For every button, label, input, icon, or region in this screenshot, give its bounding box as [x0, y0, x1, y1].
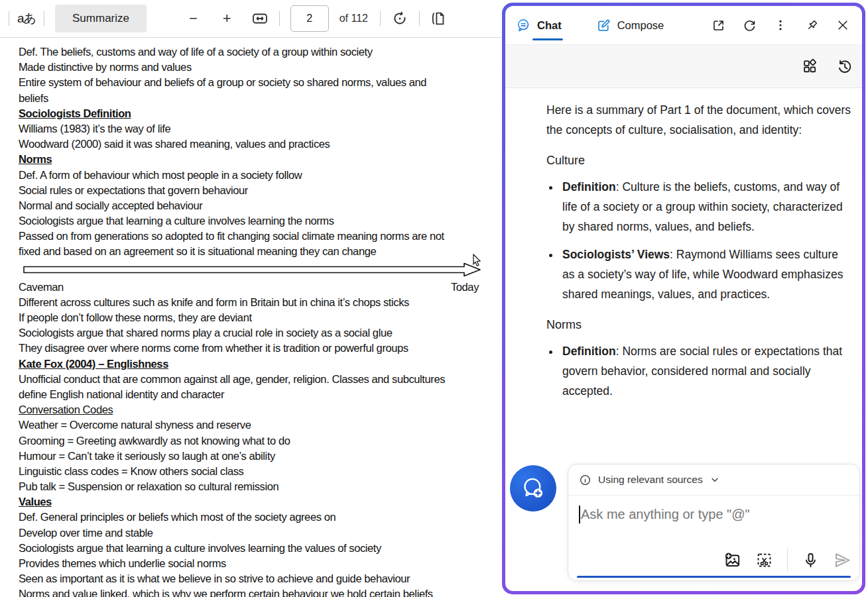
pdf-text-line: Def. The beliefs, customs and way of lif… [19, 44, 502, 60]
zoom-in-button[interactable]: + [217, 7, 237, 30]
close-icon[interactable] [836, 18, 850, 32]
pdf-text-line: Values [19, 494, 502, 510]
pdf-text-line: Grooming = Greeting awkwardly as not kno… [19, 433, 502, 449]
tab-compose[interactable]: Compose [593, 6, 667, 44]
compose-icon [596, 18, 611, 33]
chat-message-area: Here is a summary of Part 1 of the docum… [505, 88, 862, 457]
active-tab-indicator [532, 38, 563, 41]
pdf-text-line: Norms [19, 152, 502, 167]
chat-bullet-item: Definition: Culture is the beliefs, cust… [560, 177, 851, 237]
toolbar-divider [44, 11, 44, 26]
new-chat-button[interactable] [510, 465, 556, 512]
copilot-sidebar: Chat Compose [502, 3, 865, 594]
pdf-text-line: Sociologists Definition [19, 106, 502, 121]
pdf-toolbar: aあ Summarize − + of 112 [0, 0, 502, 38]
screenshot-icon[interactable] [755, 551, 773, 569]
pdf-text-line: Weather = Overcome natural shyness and r… [19, 417, 502, 433]
chat-bubble-icon [516, 18, 531, 33]
chat-bullet-item: Sociologists’ Views: Raymond Williams se… [560, 244, 851, 304]
pdf-text-line: fixed and based on an agreement so it is… [19, 244, 502, 259]
pdf-text-line: Williams (1983) it’s the way of life [19, 121, 502, 136]
input-actions [723, 549, 851, 571]
pdf-text-line: Provides themes which underlie social no… [19, 556, 502, 571]
pdf-text-line: beliefs [19, 91, 502, 106]
pdf-text-line: Kate Fox (2004) – Englishness [19, 356, 502, 372]
text-caret [579, 506, 580, 523]
composer-area: Using relevant sources Ask me anything o… [505, 457, 862, 591]
chat-section-heading: Norms [546, 315, 851, 335]
pdf-text-line: Sociologists argue that shared norms pla… [19, 325, 502, 341]
pdf-text-line: define English national identity and cha… [19, 387, 502, 402]
rotate-icon[interactable] [391, 10, 408, 27]
pdf-text-line: Different across cultures such as knife … [19, 295, 502, 310]
chat-input-card: Using relevant sources Ask me anything o… [568, 464, 860, 581]
sources-label: Using relevant sources [598, 474, 703, 486]
summarize-button[interactable]: Summarize [55, 5, 147, 32]
toolbar-divider [419, 11, 420, 26]
pdf-text-line: Seen as important as it is what we belie… [19, 571, 502, 586]
zoom-out-button[interactable]: − [184, 7, 203, 30]
history-icon[interactable] [836, 58, 853, 75]
toolbar-divider [9, 11, 9, 26]
pdf-text-line: Humour = Can’t take it seriously so laug… [19, 449, 502, 464]
toolbar-divider [380, 11, 381, 26]
copilot-subheader [505, 45, 862, 88]
fit-to-width-icon[interactable] [251, 10, 269, 27]
pdf-text-line: Conversation Codes [19, 402, 502, 417]
pdf-page-content: Def. The beliefs, customs and way of lif… [0, 38, 502, 597]
pdf-text-line: Passed on from generations so adopted to… [19, 229, 502, 244]
page-number-input[interactable] [290, 5, 329, 32]
chat-input-placeholder: Ask me anything or type "@" [581, 507, 750, 522]
pdf-text-line: Def. General principles or beliefs which… [19, 510, 502, 525]
send-icon[interactable] [834, 551, 851, 569]
pdf-text-line: Sociologists argue that learning a cultu… [19, 213, 502, 229]
pdf-viewer-pane: aあ Summarize − + of 112 [0, 0, 502, 597]
chat-message-intro: Here is a summary of Part 1 of the docum… [546, 100, 851, 140]
pdf-text-line: Social rules or expectations that govern… [19, 183, 502, 198]
tab-chat[interactable]: Chat [513, 6, 564, 44]
more-options-icon[interactable] [773, 18, 788, 32]
microphone-icon[interactable] [802, 551, 820, 569]
pdf-text-line: CavemanToday [19, 280, 479, 295]
pdf-text-line: Develop over time and stable [19, 525, 502, 541]
pdf-text-line: Linguistic class codes = Know others soc… [19, 464, 502, 479]
refresh-icon[interactable] [742, 18, 757, 32]
page-count-label: of 112 [340, 13, 368, 25]
open-in-window-icon[interactable] [711, 18, 725, 32]
pdf-text-line: They disagree over where norms come from… [19, 341, 502, 356]
pdf-text-line: Unofficial conduct that are common again… [19, 372, 502, 387]
pdf-text-line: Sociologists argue that learning a cultu… [19, 541, 502, 556]
chevron-down-icon [710, 474, 720, 485]
mouse-cursor [472, 254, 482, 267]
tab-compose-label: Compose [617, 19, 664, 32]
page-view-icon[interactable] [429, 10, 446, 27]
chat-bullet-item: Definition: Norms are social rules or ex… [560, 341, 851, 401]
sources-dropdown[interactable]: Using relevant sources [568, 464, 859, 496]
pdf-text-line: Made distinctive by norms and values [19, 60, 502, 75]
pdf-text-line: If people don’t follow these norms, they… [19, 310, 502, 325]
read-aloud-button[interactable]: aあ [17, 10, 36, 27]
actions-divider [787, 549, 788, 571]
copilot-header: Chat Compose [505, 6, 862, 45]
pdf-text-line: Def. A form of behaviour which most peop… [19, 168, 502, 183]
pdf-text-line: Pub talk = Suspension or relaxation so c… [19, 479, 502, 494]
pdf-text-line: Entire system of behaviour and beliefs o… [19, 75, 502, 90]
pdf-text-line: Normal and socially accepted behaviour [19, 198, 502, 213]
chat-input[interactable]: Ask me anything or type "@" [568, 496, 859, 523]
info-icon [579, 474, 591, 486]
timeline-arrow [19, 260, 502, 280]
add-image-icon[interactable] [723, 551, 741, 569]
pdf-text-line: Woodward (2000) said it was shared meani… [19, 136, 502, 152]
pdf-text-line: Norms and value linked, which is why we … [19, 586, 502, 597]
plugins-icon[interactable] [801, 58, 818, 75]
pin-icon[interactable] [804, 18, 819, 32]
tab-chat-label: Chat [537, 19, 562, 32]
chat-section-heading: Culture [546, 150, 851, 170]
toolbar-divider [279, 11, 280, 26]
